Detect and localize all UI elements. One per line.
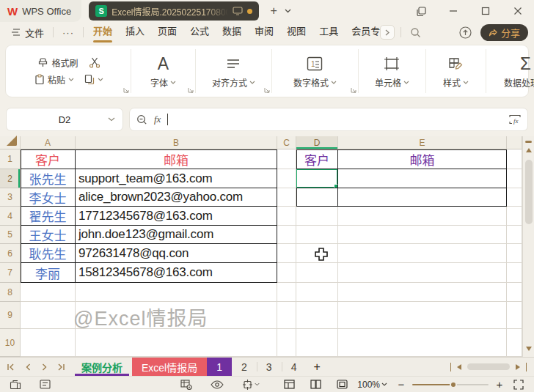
cell-E8[interactable]	[338, 283, 507, 302]
row-header-7[interactable]: 7	[0, 263, 21, 283]
cell-B4[interactable]: 17712345678@163.com	[76, 207, 277, 226]
cell-C4[interactable]	[277, 207, 296, 226]
cell-C2[interactable]	[277, 169, 296, 188]
vertical-scroll-thumb[interactable]	[525, 160, 533, 224]
cell-B3[interactable]: alice_brown2023@yahoo.com	[76, 188, 277, 207]
column-header-D[interactable]: D	[296, 136, 338, 149]
first-sheet-icon[interactable]	[3, 359, 18, 375]
cell-B6[interactable]: 972631478@qq.con	[76, 244, 277, 263]
zoom-slider[interactable]	[412, 384, 489, 385]
number-format-button[interactable]: 1 数字格式	[293, 54, 337, 89]
add-sheet-button[interactable]: +	[306, 358, 327, 376]
cell-D4[interactable]	[296, 207, 338, 226]
cell-C10[interactable]	[277, 329, 296, 357]
cell-A5[interactable]: 王女士	[21, 226, 76, 244]
scroll-down-icon[interactable]	[526, 347, 532, 351]
fx-icon[interactable]: fx	[154, 114, 161, 125]
horizontal-scroll-thumb[interactable]	[467, 363, 510, 370]
locate-selection-icon[interactable]	[238, 377, 263, 392]
cell-D5[interactable]	[296, 226, 338, 244]
font-button[interactable]: A 字体	[150, 54, 176, 89]
close-button[interactable]	[502, 0, 534, 22]
cell-B5[interactable]: john.doe123@gmail.com	[76, 226, 277, 244]
cell-D1[interactable]: 客户	[296, 149, 338, 169]
sheet-tab-1[interactable]: 案例分析	[72, 358, 132, 376]
scroll-right-icon[interactable]	[516, 364, 520, 370]
cell-C9[interactable]	[277, 302, 296, 329]
row-header-6[interactable]: 6	[0, 244, 21, 263]
last-sheet-icon[interactable]	[54, 359, 69, 375]
zoom-out-button[interactable]: −	[395, 378, 408, 391]
cell-C5[interactable]	[277, 226, 296, 244]
menu-tab-3[interactable]: 页面	[151, 22, 183, 42]
cell-A1[interactable]: 客户	[21, 149, 76, 169]
number-format-dialog-launcher[interactable]	[351, 87, 356, 93]
more-menus-button[interactable]: ···	[56, 27, 80, 38]
column-header-F[interactable]	[507, 136, 522, 149]
alignment-button[interactable]: 对齐方式	[212, 54, 255, 89]
cell-C7[interactable]	[277, 263, 296, 283]
prev-sheet-icon[interactable]	[20, 359, 35, 375]
copy-button[interactable]	[84, 74, 103, 85]
clipboard-dialog-launcher[interactable]	[123, 87, 129, 93]
font-dialog-launcher[interactable]	[188, 87, 194, 93]
cell-E7[interactable]	[338, 263, 507, 283]
sheet-tab-2[interactable]: Excel情报局	[132, 358, 207, 376]
column-header-A[interactable]: A	[21, 136, 76, 149]
cell-B7[interactable]: 15812345678@163.com	[76, 263, 277, 283]
sheet-tab-4[interactable]: 2	[232, 358, 257, 376]
cell-A4[interactable]: 翟先生	[21, 207, 76, 226]
menu-tab-5[interactable]: 数据	[216, 22, 248, 42]
cell-E4[interactable]	[338, 207, 507, 226]
paste-button[interactable]: 粘贴	[34, 73, 74, 86]
row-header-5[interactable]: 5	[0, 226, 21, 244]
format-painter-button[interactable]: 格式刷	[37, 56, 78, 69]
zoom-in-button[interactable]: +	[493, 378, 506, 391]
macro-record-icon[interactable]	[6, 377, 25, 392]
page-layout-view-icon[interactable]	[306, 377, 325, 392]
cell-F2[interactable]	[507, 169, 522, 188]
cell-E6[interactable]	[338, 244, 507, 263]
data-tools-button[interactable]: Σ 数据处理	[504, 54, 534, 89]
cell-D2[interactable]	[296, 169, 338, 188]
cell-A9[interactable]	[21, 302, 76, 329]
menu-tab-9[interactable]: 会员专	[345, 22, 380, 42]
column-header-E[interactable]: E	[338, 136, 507, 149]
new-tab-chevron-icon[interactable]	[285, 9, 291, 13]
menu-tab-2[interactable]: 插入	[119, 22, 151, 42]
cell-A2[interactable]: 张先生	[21, 169, 76, 188]
column-header-B[interactable]: B	[76, 136, 277, 149]
zoom-level[interactable]: 100%	[357, 380, 380, 390]
cell-F4[interactable]	[507, 207, 522, 226]
cell-B2[interactable]: support_team@163.com	[76, 169, 277, 188]
cell-A3[interactable]: 李女士	[21, 188, 76, 207]
wps-home-button[interactable]: W WPS Office	[0, 0, 81, 22]
cell-F3[interactable]	[507, 188, 522, 207]
new-tab-button[interactable]: +	[265, 0, 282, 22]
search-icon[interactable]	[410, 27, 421, 38]
cell-E1[interactable]: 邮箱	[338, 149, 507, 169]
menu-tab-4[interactable]: 公式	[183, 22, 216, 42]
formula-input[interactable]: fx fx	[129, 108, 528, 131]
cell-F5[interactable]	[507, 226, 522, 244]
name-box[interactable]: D2	[6, 108, 123, 131]
cell-B1[interactable]: 邮箱	[76, 149, 277, 169]
menu-tab-1[interactable]: 开始	[87, 22, 119, 42]
cell-B9[interactable]	[76, 302, 277, 329]
cloud-upload-icon[interactable]	[459, 26, 472, 39]
sheet-tab-6[interactable]: 4	[282, 358, 307, 376]
cell-E5[interactable]	[338, 226, 507, 244]
cell-A7[interactable]: 李丽	[21, 263, 76, 283]
minimize-button[interactable]	[437, 0, 469, 22]
cell-C6[interactable]	[277, 244, 296, 263]
menu-tab-8[interactable]: 工具	[312, 22, 345, 42]
styles-button[interactable]: 样式	[443, 54, 469, 89]
cell-D8[interactable]	[296, 283, 338, 302]
table-settings-icon[interactable]	[177, 377, 196, 392]
menu-tab-6[interactable]: 审阅	[248, 22, 280, 42]
file-menu[interactable]: 文件	[6, 26, 50, 40]
vertical-scrollbar[interactable]	[522, 136, 534, 357]
cell-E2[interactable]	[338, 169, 507, 188]
select-all-corner[interactable]	[0, 136, 21, 149]
cell-D10[interactable]	[296, 329, 338, 357]
